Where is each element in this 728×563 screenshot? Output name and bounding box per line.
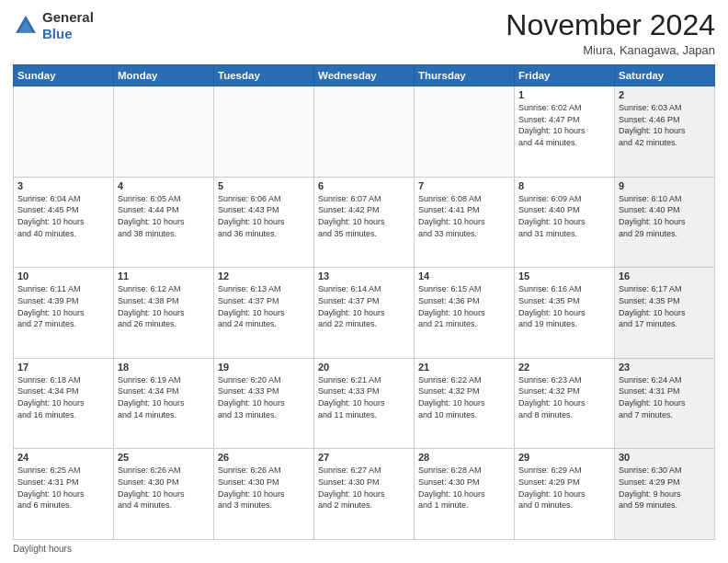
day-info: Sunrise: 6:04 AM Sunset: 4:45 PM Dayligh… xyxy=(17,193,109,239)
calendar-cell: 23Sunrise: 6:24 AM Sunset: 4:31 PM Dayli… xyxy=(615,358,715,449)
day-info: Sunrise: 6:11 AM Sunset: 4:39 PM Dayligh… xyxy=(17,283,109,329)
title-block: November 2024 Miura, Kanagawa, Japan xyxy=(506,9,715,57)
day-number: 16 xyxy=(619,270,711,282)
calendar-cell: 26Sunrise: 6:26 AM Sunset: 4:30 PM Dayli… xyxy=(214,449,314,540)
calendar-cell: 19Sunrise: 6:20 AM Sunset: 4:33 PM Dayli… xyxy=(214,358,314,449)
calendar-cell: 17Sunrise: 6:18 AM Sunset: 4:34 PM Dayli… xyxy=(14,358,114,449)
calendar-cell: 10Sunrise: 6:11 AM Sunset: 4:39 PM Dayli… xyxy=(14,268,114,359)
calendar-cell xyxy=(14,86,114,178)
day-number: 9 xyxy=(619,180,711,191)
calendar-cell: 18Sunrise: 6:19 AM Sunset: 4:34 PM Dayli… xyxy=(114,358,214,449)
col-header-thursday: Thursday xyxy=(415,65,515,86)
day-info: Sunrise: 6:28 AM Sunset: 4:30 PM Dayligh… xyxy=(418,465,510,511)
col-header-monday: Monday xyxy=(114,65,214,86)
calendar-cell: 21Sunrise: 6:22 AM Sunset: 4:32 PM Dayli… xyxy=(415,358,515,449)
calendar-cell: 5Sunrise: 6:06 AM Sunset: 4:43 PM Daylig… xyxy=(214,177,314,268)
calendar-cell xyxy=(415,86,515,178)
day-number: 19 xyxy=(218,362,310,373)
calendar-cell: 1Sunrise: 6:02 AM Sunset: 4:47 PM Daylig… xyxy=(515,86,615,178)
day-number: 22 xyxy=(518,362,610,373)
calendar-cell: 12Sunrise: 6:13 AM Sunset: 4:37 PM Dayli… xyxy=(214,268,314,359)
day-info: Sunrise: 6:12 AM Sunset: 4:38 PM Dayligh… xyxy=(118,283,210,329)
day-number: 14 xyxy=(418,270,510,282)
calendar-cell: 20Sunrise: 6:21 AM Sunset: 4:33 PM Dayli… xyxy=(314,358,415,449)
day-info: Sunrise: 6:14 AM Sunset: 4:37 PM Dayligh… xyxy=(318,283,410,329)
day-info: Sunrise: 6:22 AM Sunset: 4:32 PM Dayligh… xyxy=(418,374,510,420)
day-number: 20 xyxy=(318,362,410,373)
calendar-cell: 9Sunrise: 6:10 AM Sunset: 4:40 PM Daylig… xyxy=(615,177,715,268)
col-header-friday: Friday xyxy=(515,65,615,86)
day-info: Sunrise: 6:07 AM Sunset: 4:42 PM Dayligh… xyxy=(318,193,410,239)
day-number: 27 xyxy=(318,452,410,463)
day-info: Sunrise: 6:24 AM Sunset: 4:31 PM Dayligh… xyxy=(619,374,711,420)
col-header-wednesday: Wednesday xyxy=(314,65,415,86)
col-header-tuesday: Tuesday xyxy=(214,65,314,86)
header: General Blue November 2024 Miura, Kanaga… xyxy=(13,9,715,57)
day-number: 24 xyxy=(17,452,109,463)
day-number: 28 xyxy=(418,452,510,463)
day-info: Sunrise: 6:02 AM Sunset: 4:47 PM Dayligh… xyxy=(518,102,610,148)
calendar-week-1: 1Sunrise: 6:02 AM Sunset: 4:47 PM Daylig… xyxy=(14,86,715,178)
logo-text: General Blue xyxy=(42,9,94,42)
calendar-cell: 22Sunrise: 6:23 AM Sunset: 4:32 PM Dayli… xyxy=(515,358,615,449)
calendar-week-3: 10Sunrise: 6:11 AM Sunset: 4:39 PM Dayli… xyxy=(14,268,715,359)
calendar-cell: 30Sunrise: 6:30 AM Sunset: 4:29 PM Dayli… xyxy=(615,449,715,540)
day-info: Sunrise: 6:08 AM Sunset: 4:41 PM Dayligh… xyxy=(418,193,510,239)
day-info: Sunrise: 6:13 AM Sunset: 4:37 PM Dayligh… xyxy=(218,283,310,329)
calendar-cell xyxy=(214,86,314,178)
calendar-cell: 16Sunrise: 6:17 AM Sunset: 4:35 PM Dayli… xyxy=(615,268,715,359)
day-number: 26 xyxy=(218,452,310,463)
logo-general: General xyxy=(42,9,94,25)
day-number: 3 xyxy=(17,180,109,191)
calendar-cell: 29Sunrise: 6:29 AM Sunset: 4:29 PM Dayli… xyxy=(515,449,615,540)
day-number: 7 xyxy=(418,180,510,191)
calendar-cell: 6Sunrise: 6:07 AM Sunset: 4:42 PM Daylig… xyxy=(314,177,415,268)
calendar-cell: 8Sunrise: 6:09 AM Sunset: 4:40 PM Daylig… xyxy=(515,177,615,268)
calendar-cell: 7Sunrise: 6:08 AM Sunset: 4:41 PM Daylig… xyxy=(415,177,515,268)
day-number: 2 xyxy=(619,89,711,100)
page: General Blue November 2024 Miura, Kanaga… xyxy=(0,0,728,563)
calendar-week-5: 24Sunrise: 6:25 AM Sunset: 4:31 PM Dayli… xyxy=(14,449,715,540)
day-info: Sunrise: 6:17 AM Sunset: 4:35 PM Dayligh… xyxy=(619,283,711,329)
col-header-saturday: Saturday xyxy=(615,65,715,86)
day-number: 18 xyxy=(118,362,210,373)
day-number: 13 xyxy=(318,270,410,282)
day-number: 10 xyxy=(17,270,109,282)
month-title: November 2024 xyxy=(506,9,715,41)
day-info: Sunrise: 6:26 AM Sunset: 4:30 PM Dayligh… xyxy=(218,465,310,511)
logo: General Blue xyxy=(13,9,94,42)
day-info: Sunrise: 6:06 AM Sunset: 4:43 PM Dayligh… xyxy=(218,193,310,239)
logo-blue: Blue xyxy=(42,26,73,41)
day-number: 15 xyxy=(518,270,610,282)
day-info: Sunrise: 6:15 AM Sunset: 4:36 PM Dayligh… xyxy=(418,283,510,329)
calendar-table: SundayMondayTuesdayWednesdayThursdayFrid… xyxy=(13,64,715,540)
day-number: 23 xyxy=(619,362,711,373)
calendar-cell: 13Sunrise: 6:14 AM Sunset: 4:37 PM Dayli… xyxy=(314,268,415,359)
day-number: 21 xyxy=(418,362,510,373)
day-info: Sunrise: 6:20 AM Sunset: 4:33 PM Dayligh… xyxy=(218,374,310,420)
calendar-cell: 28Sunrise: 6:28 AM Sunset: 4:30 PM Dayli… xyxy=(415,449,515,540)
calendar-cell: 2Sunrise: 6:03 AM Sunset: 4:46 PM Daylig… xyxy=(615,86,715,178)
day-info: Sunrise: 6:26 AM Sunset: 4:30 PM Dayligh… xyxy=(118,465,210,511)
day-info: Sunrise: 6:25 AM Sunset: 4:31 PM Dayligh… xyxy=(17,465,109,511)
calendar-cell: 11Sunrise: 6:12 AM Sunset: 4:38 PM Dayli… xyxy=(114,268,214,359)
calendar-cell: 15Sunrise: 6:16 AM Sunset: 4:35 PM Dayli… xyxy=(515,268,615,359)
logo-icon xyxy=(13,13,39,39)
day-number: 17 xyxy=(17,362,109,373)
footer-note: Daylight hours xyxy=(13,544,715,554)
day-number: 30 xyxy=(619,452,711,463)
col-header-sunday: Sunday xyxy=(14,65,114,86)
day-number: 12 xyxy=(218,270,310,282)
day-number: 25 xyxy=(118,452,210,463)
daylight-label: Daylight hours xyxy=(13,544,72,554)
day-number: 4 xyxy=(118,180,210,191)
day-info: Sunrise: 6:27 AM Sunset: 4:30 PM Dayligh… xyxy=(318,465,410,511)
calendar-header-row: SundayMondayTuesdayWednesdayThursdayFrid… xyxy=(14,65,715,86)
calendar-cell: 27Sunrise: 6:27 AM Sunset: 4:30 PM Dayli… xyxy=(314,449,415,540)
day-info: Sunrise: 6:10 AM Sunset: 4:40 PM Dayligh… xyxy=(619,193,711,239)
day-number: 29 xyxy=(518,452,610,463)
day-info: Sunrise: 6:05 AM Sunset: 4:44 PM Dayligh… xyxy=(118,193,210,239)
calendar-cell: 4Sunrise: 6:05 AM Sunset: 4:44 PM Daylig… xyxy=(114,177,214,268)
day-info: Sunrise: 6:18 AM Sunset: 4:34 PM Dayligh… xyxy=(17,374,109,420)
calendar-cell: 24Sunrise: 6:25 AM Sunset: 4:31 PM Dayli… xyxy=(14,449,114,540)
